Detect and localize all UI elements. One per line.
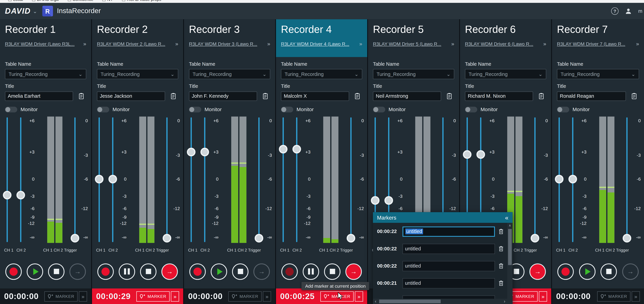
ch1-fader-track[interactable] [191, 117, 192, 242]
trigger-fader-track[interactable] [74, 117, 76, 242]
chevron-double-icon[interactable]: » [175, 41, 178, 47]
ch1-fader-track[interactable] [7, 117, 8, 242]
recorder-header[interactable]: Recorder 6 R3LAY WDM Driver 6 (Lawo R...… [460, 19, 551, 57]
driver-link[interactable]: R3LAY WDM Driver 3 (Lawo R... [189, 41, 265, 46]
stop-button[interactable] [140, 263, 156, 280]
marker-expand-button[interactable]: » [263, 291, 271, 301]
title-input[interactable]: Neil Armstrong [373, 91, 441, 101]
chevron-double-icon[interactable]: » [451, 41, 454, 47]
monitor-toggle[interactable] [557, 107, 569, 112]
marker-row[interactable]: 00:00:22 untitled [373, 223, 513, 240]
skip-button[interactable]: → [69, 263, 86, 280]
clipboard-icon[interactable] [536, 91, 546, 101]
record-button[interactable] [97, 263, 114, 280]
marker-name-input[interactable]: untitled [402, 226, 495, 237]
user-icon[interactable] [625, 8, 632, 14]
driver-link[interactable]: R3LAY WDM Driver 2 (Lawo R... [97, 41, 173, 46]
clipboard-icon[interactable] [168, 91, 178, 101]
horizontal-scrollbar[interactable]: ‹ › [373, 299, 507, 304]
clipboard-icon[interactable] [76, 91, 86, 101]
ch1-fader-handle[interactable] [463, 150, 472, 159]
clipboard-icon[interactable] [629, 91, 639, 101]
ch1-fader-handle[interactable] [95, 175, 104, 184]
driver-link[interactable]: R3LAY WDM Driver 7 (Lawo R... [557, 41, 634, 46]
marker-expand-button[interactable]: » [539, 291, 547, 301]
chevron-double-icon[interactable]: » [83, 41, 86, 47]
ch2-fader-track[interactable] [204, 117, 205, 242]
marker-expand-button[interactable]: » [79, 291, 87, 301]
ch2-fader-track[interactable] [20, 117, 21, 242]
monitor-toggle[interactable] [465, 107, 477, 112]
david-logo[interactable]: DAVID [5, 7, 31, 16]
table-name-select[interactable]: Turing_Recording ⌄ [5, 69, 86, 79]
monitor-toggle[interactable] [373, 107, 385, 112]
skip-button[interactable]: → [529, 263, 546, 280]
title-input[interactable]: Jesse Jackson [97, 91, 165, 101]
table-name-select[interactable]: Turing_Recording ⌄ [465, 69, 546, 79]
marker-row[interactable]: 00:00:22 untitled [373, 240, 513, 257]
trigger-fader-track[interactable] [166, 117, 168, 242]
marker-button[interactable]: MARKER [320, 291, 354, 301]
trigger-fader-track[interactable] [534, 117, 536, 242]
bookmark-item[interactable]: Local [8, 0, 23, 1]
driver-link[interactable]: R3LAY WDM Driver 4 (Lawo R... [281, 41, 357, 46]
trigger-fader-track[interactable] [258, 117, 260, 242]
trigger-fader-track[interactable] [626, 117, 628, 242]
marker-expand-button[interactable]: » [355, 291, 363, 301]
marker-button[interactable]: MARKER [228, 291, 262, 301]
marker-button[interactable]: MARKER [44, 291, 78, 301]
record-button[interactable] [557, 263, 574, 280]
table-name-select[interactable]: Turing_Recording ⌄ [557, 69, 639, 79]
stop-button[interactable] [48, 263, 64, 280]
trash-icon[interactable] [499, 246, 505, 252]
skip-button[interactable]: → [622, 263, 638, 280]
monitor-toggle[interactable] [5, 107, 17, 112]
scroll-up-icon[interactable]: ∧ [507, 223, 512, 228]
ch1-fader-handle[interactable] [371, 196, 380, 205]
bookmark-item[interactable]: ROAD value props [122, 0, 161, 1]
chevron-double-icon[interactable]: » [543, 41, 546, 47]
driver-link[interactable]: R3LAY WDM Driver (Lawo R3L... [5, 41, 81, 46]
help-icon[interactable]: ? [611, 7, 618, 15]
ch1-fader-track[interactable] [283, 117, 284, 242]
record-button[interactable] [281, 263, 298, 280]
ch1-fader-handle[interactable] [187, 148, 196, 156]
chevron-double-icon[interactable]: » [267, 41, 270, 47]
table-name-select[interactable]: Turing_Recording ⌄ [281, 69, 362, 79]
ch1-fader-handle[interactable] [279, 145, 288, 154]
stop-button[interactable] [600, 263, 617, 280]
markers-panel-header[interactable]: Markers « [373, 212, 513, 223]
title-input[interactable]: Ronald Reagan [557, 91, 626, 101]
marker-name-input[interactable]: untitled [402, 261, 495, 271]
table-name-select[interactable]: Turing_Recording ⌄ [373, 69, 454, 79]
chevron-double-icon[interactable]: » [359, 41, 362, 47]
trash-icon[interactable] [499, 263, 505, 269]
record-button[interactable] [5, 263, 22, 280]
collapse-panel-icon[interactable]: « [505, 214, 508, 221]
recorder-header[interactable]: Recorder 5 R3LAY WDM Driver 5 (Lawo R...… [368, 19, 459, 57]
trash-icon[interactable] [499, 280, 505, 286]
clipboard-icon[interactable] [444, 91, 454, 101]
chevron-down-icon[interactable]: ⌄ [33, 8, 37, 14]
scrollbar-thumb[interactable] [508, 229, 512, 265]
clipboard-icon[interactable] [352, 91, 362, 101]
play-pause-button[interactable] [119, 263, 135, 280]
recorder-header[interactable]: Recorder 4 R3LAY WDM Driver 4 (Lawo R...… [276, 19, 367, 57]
marker-expand-button[interactable]: » [632, 291, 640, 301]
vertical-scrollbar[interactable]: ∧ [507, 223, 512, 299]
recorder-header[interactable]: Recorder 7 R3LAY WDM Driver 7 (Lawo R...… [552, 19, 644, 57]
trigger-fader-track[interactable] [350, 117, 352, 242]
stop-button[interactable] [324, 263, 340, 280]
clipboard-icon[interactable] [260, 91, 270, 101]
skip-button[interactable]: → [161, 263, 178, 280]
marker-name-input[interactable]: untitled [402, 244, 495, 254]
recorder-header[interactable]: Recorder 1 R3LAY WDM Driver (Lawo R3L...… [0, 19, 91, 57]
bookmark-item[interactable]: NY [102, 0, 113, 1]
play-pause-button[interactable] [211, 263, 227, 280]
marker-button[interactable]: MARKER [597, 291, 630, 301]
chevron-double-icon[interactable]: » [636, 41, 639, 47]
monitor-toggle[interactable] [189, 107, 201, 112]
skip-button[interactable]: → [253, 263, 270, 280]
scroll-right-icon[interactable]: › [502, 299, 507, 304]
ch1-fader-handle[interactable] [3, 191, 12, 200]
